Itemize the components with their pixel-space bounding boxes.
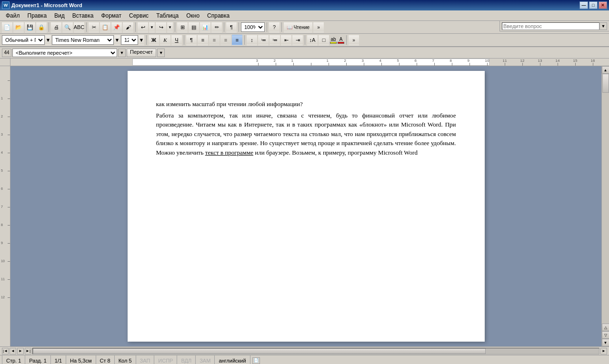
underline-button[interactable]: Ч: [171, 35, 182, 45]
increase-indent-button[interactable]: ⇥: [292, 35, 303, 45]
drawing-button[interactable]: ✏: [211, 22, 222, 32]
cut-button[interactable]: ✂: [89, 22, 99, 32]
border-button[interactable]: □: [319, 35, 329, 45]
recalc-button[interactable]: Пересчет: [127, 49, 156, 57]
print-button[interactable]: 🖨: [51, 22, 61, 32]
horizontal-scrollbar[interactable]: [32, 348, 599, 354]
ruler-corner: [0, 59, 10, 66]
h-scroll-right[interactable]: ►: [600, 348, 607, 354]
menu-view[interactable]: Вид: [50, 11, 69, 20]
tab-next[interactable]: ►: [17, 348, 24, 354]
preview-button[interactable]: 🔍: [62, 22, 73, 32]
zoom-control: 100% 75% 150%: [241, 22, 265, 32]
decrease-indent-button[interactable]: ⇤: [281, 35, 291, 45]
action-bar: 44 <Выполните пересчет> ▼ Пересчет ▼: [0, 47, 609, 59]
document-area[interactable]: как изменить масштаб при чтении любой ин…: [10, 66, 601, 346]
redo-button[interactable]: ↪: [156, 22, 166, 32]
sort-button[interactable]: ↕A: [307, 35, 318, 45]
font-dropdown[interactable]: Times New Roman: [52, 35, 114, 45]
maximize-button[interactable]: □: [589, 1, 598, 9]
menu-file[interactable]: Файл: [2, 11, 24, 20]
insert-columns-button[interactable]: ▤: [189, 22, 199, 32]
menu-insert[interactable]: Вставка: [69, 11, 98, 20]
sep-fmt-3: [244, 35, 245, 45]
permission-button[interactable]: 🔒: [36, 22, 47, 32]
scroll-down-arrow[interactable]: ▼: [602, 339, 609, 346]
undo-dropdown[interactable]: ▼: [149, 22, 155, 32]
status-page-of: 1/1: [51, 355, 66, 364]
show-hide-button[interactable]: ¶: [226, 22, 237, 32]
separator-3: [135, 22, 136, 32]
minimize-button[interactable]: —: [579, 1, 588, 9]
separator-5: [224, 22, 224, 32]
style-dropdown[interactable]: Обычный + По с: [2, 35, 45, 45]
formula-dropdown-arrow[interactable]: ▼: [118, 49, 126, 57]
action-bar-icon: 44: [2, 49, 11, 57]
formatting-toolbar: Обычный + По с ▼ Times New Roman ▼ 12 ▼ …: [0, 34, 609, 47]
scroll-track[interactable]: [602, 74, 609, 324]
tab-prev[interactable]: ◄: [10, 348, 16, 354]
separator-1: [49, 22, 49, 32]
insert-chart-button[interactable]: 📊: [200, 22, 210, 32]
tab-scroll-right[interactable]: ►|: [25, 348, 31, 354]
highlight-color[interactable]: ab: [330, 37, 337, 44]
menu-help[interactable]: Справка: [203, 11, 233, 20]
status-correct: ИСПР: [154, 355, 177, 364]
vertical-scrollbar[interactable]: ▲ △ ▽ ▼: [601, 66, 609, 346]
save-button[interactable]: 💾: [25, 22, 35, 32]
size-dropdown-arrow[interactable]: ▼: [139, 35, 144, 45]
spell-button[interactable]: ABC: [74, 22, 84, 32]
numbered-list-button[interactable]: ≔: [258, 35, 269, 45]
align-left-button[interactable]: ≡: [198, 35, 208, 45]
zoom-dropdown[interactable]: 100% 75% 150%: [241, 22, 265, 32]
align-right-button[interactable]: ≡: [220, 35, 231, 45]
scroll-thumb[interactable]: [602, 74, 609, 93]
scroll-up-arrow[interactable]: ▲: [602, 66, 609, 74]
align-center-button[interactable]: ≡: [209, 35, 220, 45]
status-section: Разд. 1: [25, 355, 50, 364]
bold-button[interactable]: Ж: [149, 35, 159, 45]
formula-dropdown[interactable]: <Выполните пересчет>: [12, 49, 117, 57]
reading-button[interactable]: 📖 Чтение: [284, 22, 312, 32]
open-button[interactable]: 📂: [13, 22, 24, 32]
copy-button[interactable]: 📋: [100, 22, 110, 32]
menu-window[interactable]: Окно: [182, 11, 203, 20]
window-title: Документ1 - Microsoft Word: [11, 2, 82, 8]
undo-button[interactable]: ↩: [138, 22, 148, 32]
recalc-dropdown-arrow[interactable]: ▼: [157, 49, 165, 57]
redo-dropdown[interactable]: ▼: [167, 22, 173, 32]
close-button[interactable]: ✕: [599, 1, 607, 9]
menu-tools[interactable]: Сервис: [125, 11, 152, 20]
search-input[interactable]: [502, 22, 599, 30]
help-button[interactable]: ?: [269, 22, 280, 32]
scroll-page-up[interactable]: △: [602, 324, 609, 331]
menu-bar: Файл Правка Вид Вставка Формат Сервис Та…: [0, 10, 609, 21]
paragraph-button[interactable]: ¶: [186, 35, 197, 45]
h-scroll-thumb[interactable]: [33, 348, 486, 354]
tab-scroll-left[interactable]: |◄: [2, 348, 9, 354]
style-dropdown-arrow[interactable]: ▼: [45, 35, 51, 45]
document-page: как изменить масштаб при чтении любой ин…: [128, 71, 485, 342]
sep-fmt-1: [146, 35, 147, 45]
status-extend: ВДЛ: [177, 355, 196, 364]
app-icon: W: [2, 1, 10, 9]
scroll-page-down[interactable]: ▽: [602, 331, 609, 339]
format-painter-button[interactable]: 🖌: [123, 22, 133, 32]
font-dropdown-arrow[interactable]: ▼: [114, 35, 120, 45]
italic-button[interactable]: К: [160, 35, 170, 45]
bulleted-list-button[interactable]: ≔: [270, 35, 280, 45]
separator-4: [175, 22, 175, 32]
menu-format[interactable]: Формат: [97, 11, 125, 20]
paste-button[interactable]: 📌: [111, 22, 122, 32]
font-color[interactable]: A: [338, 37, 344, 44]
new-button[interactable]: 📄: [2, 22, 12, 32]
fmt-more[interactable]: »: [349, 35, 359, 45]
font-size-dropdown[interactable]: 12: [121, 35, 138, 45]
menu-edit[interactable]: Правка: [24, 11, 51, 20]
insert-table-button[interactable]: ⊞: [177, 22, 188, 32]
align-justify-button[interactable]: ≡: [232, 35, 242, 45]
search-dropdown-btn[interactable]: ▼: [599, 22, 607, 30]
line-spacing-button[interactable]: ↕: [247, 35, 257, 45]
menu-table[interactable]: Таблица: [152, 11, 182, 20]
toolbar-more[interactable]: »: [313, 22, 324, 32]
